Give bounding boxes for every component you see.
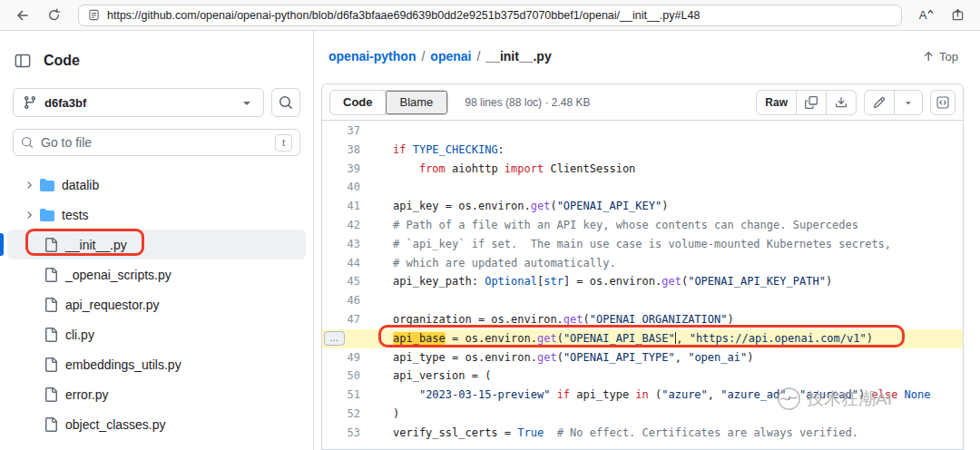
file-icon [44, 268, 58, 282]
code-line: 43# `api_key` if set. The main use case … [322, 235, 963, 254]
edit-dropdown-caret-icon[interactable] [894, 91, 922, 114]
line-number[interactable]: 49 [322, 348, 360, 367]
code-line-text: if TYPE_CHECKING: [393, 141, 505, 160]
edit-pencil-icon[interactable] [865, 91, 894, 114]
site-info-icon[interactable] [88, 9, 100, 21]
file-meta-info: 98 lines (88 loc) · 2.48 KB [465, 96, 590, 109]
line-number[interactable]: 37 [322, 122, 360, 141]
line-number[interactable]: 43 [322, 235, 360, 254]
tree-item[interactable]: datalib [7, 170, 306, 200]
tree-item[interactable]: object_classes.py [7, 409, 306, 439]
tree-item[interactable]: __init__.py [7, 230, 306, 259]
tree-item-label: __init__.py [65, 238, 127, 252]
code-line: 52) [322, 405, 963, 424]
line-number[interactable]: 39 [322, 160, 360, 179]
breadcrumb-separator: / [476, 49, 480, 64]
code-line-text: organization = os.environ.get("OPENAI_OR… [393, 310, 734, 329]
tree-item-label: embeddings_utils.py [65, 357, 181, 372]
git-branch-icon [23, 95, 37, 110]
breadcrumb-separator: / [421, 49, 425, 64]
line-actions-button[interactable]: … [324, 331, 345, 346]
code-line: 39 from aiohttp import ClientSession [322, 160, 963, 179]
breadcrumb: openai-python / openai / __init__.py Top [314, 31, 980, 65]
code-line-text: verify_ssl_certs = True # No effect. Cer… [393, 424, 858, 443]
tab-blame[interactable]: Blame [386, 91, 448, 114]
file-icon [44, 238, 58, 252]
back-to-top-link[interactable]: Top [922, 50, 958, 64]
search-icon [21, 136, 34, 149]
tree-item[interactable]: embeddings_utils.py [7, 349, 306, 379]
breadcrumb-file-name: __init__.py [485, 49, 551, 64]
line-number[interactable]: 38 [322, 141, 360, 160]
tree-item[interactable]: cli.py [7, 319, 306, 349]
line-number[interactable]: 46 [322, 291, 360, 310]
back-icon[interactable] [11, 4, 34, 27]
line-number[interactable]: 53 [322, 424, 360, 443]
chevron-down-icon [240, 95, 254, 110]
code-line: 49api_type = os.environ.get("OPENAI_API_… [322, 348, 963, 367]
branch-name: d6fa3bf [44, 96, 232, 110]
line-number[interactable]: 42 [322, 216, 360, 235]
code-line: 41api_key = os.environ.get("OPENAI_API_K… [322, 197, 963, 216]
line-number[interactable]: 44 [322, 254, 360, 273]
tree-item[interactable]: _openai_scripts.py [7, 259, 306, 289]
tree-item-label: datalib [62, 178, 99, 192]
file-explorer-sidebar: Code d6fa3bf Go to file t data [0, 31, 314, 450]
symbols-panel-button[interactable] [930, 90, 956, 115]
read-aloud-icon[interactable]: A [915, 4, 938, 27]
breadcrumb-dir-link[interactable]: openai [430, 49, 471, 64]
code-line: 46 [322, 291, 963, 310]
copy-icon[interactable] [796, 91, 826, 114]
raw-copy-download-group: Raw [756, 90, 857, 115]
browser-chrome: https://github.com/openai/openai-python/… [0, 0, 980, 31]
branch-selector-button[interactable]: d6fa3bf [13, 88, 264, 117]
code-line: 37 [322, 122, 963, 141]
line-number[interactable]: 45 [322, 272, 360, 291]
code-line-text: api_key_path: Optional[str] = os.environ… [393, 272, 832, 291]
code-line: 50api_version = ( [322, 367, 963, 386]
sidebar-title: Code [44, 53, 80, 69]
line-number[interactable]: 47 [322, 310, 360, 329]
breadcrumb-repo-link[interactable]: openai-python [328, 49, 416, 64]
url-text: https://github.com/openai/openai-python/… [107, 9, 700, 22]
tab-code[interactable]: Code [329, 90, 387, 115]
code-line: 38if TYPE_CHECKING: [322, 141, 963, 160]
code-line-text: # Path of a file with an API key, whose … [393, 216, 858, 235]
folder-icon [40, 178, 54, 192]
tree-item-label: cli.py [65, 328, 94, 342]
raw-button[interactable]: Raw [757, 91, 796, 114]
code-line-text: api_type = os.environ.get("OPENAI_API_TY… [393, 348, 753, 367]
address-bar[interactable]: https://github.com/openai/openai-python/… [78, 5, 902, 26]
code-line-text: ) [393, 405, 399, 424]
line-number[interactable]: 50 [322, 367, 360, 386]
search-this-repo-button[interactable] [271, 88, 300, 117]
chevron-right-icon [24, 180, 34, 191]
code-line-text: api_key = os.environ.get("OPENAI_API_KEY… [393, 197, 668, 216]
line-number[interactable]: 41 [322, 197, 360, 216]
file-icon [44, 417, 58, 432]
go-to-file-input[interactable]: Go to file t [13, 129, 300, 156]
code-line: 51 "2023-03-15-preview" if api_type in (… [322, 386, 963, 405]
code-blame-switcher: Code Blame [329, 90, 448, 115]
line-number[interactable]: 51 [322, 386, 360, 405]
tree-item-label: _openai_scripts.py [65, 268, 172, 282]
file-icon [44, 298, 58, 312]
code-line: …api_base = os.environ.get("OPENAI_API_B… [322, 329, 963, 348]
browser-extra-icon[interactable] [946, 4, 969, 27]
refresh-icon[interactable] [42, 4, 65, 27]
tree-item[interactable]: api_requestor.py [7, 289, 306, 319]
file-icon [44, 357, 58, 372]
sidebar-panel-icon[interactable] [15, 53, 31, 69]
code-line: 53verify_ssl_certs = True # No effect. C… [322, 424, 963, 443]
line-number[interactable]: 40 [322, 178, 360, 197]
folder-icon [40, 208, 54, 222]
chevron-right-icon [24, 210, 34, 220]
tree-item[interactable]: tests [7, 200, 306, 230]
tree-item[interactable]: error.py [7, 379, 306, 409]
line-number[interactable]: 52 [322, 405, 360, 424]
code-symbol-icon [936, 96, 949, 109]
download-icon[interactable] [826, 91, 856, 114]
code-lines: 3738if TYPE_CHECKING:39 from aiohttp imp… [322, 121, 963, 443]
tree-item-label: error.py [65, 387, 108, 402]
code-line-text: api_base = os.environ.get("OPENAI_API_BA… [393, 329, 873, 348]
